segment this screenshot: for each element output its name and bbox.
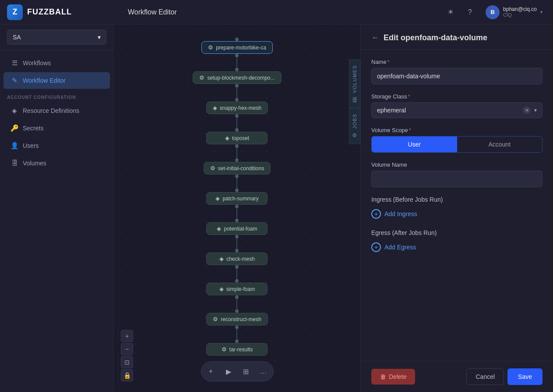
flow-connector-4 [236, 178, 237, 189]
run-workflow-button[interactable]: ▶ [221, 364, 236, 379]
flow-dot-8 [235, 279, 239, 283]
sidebar-item-workflow-editor[interactable]: ✎ Workflow Editor [4, 72, 110, 89]
panel-header: ← Edit openfoam-data-volume [361, 24, 553, 50]
sidebar-item-resource-definitions-label: Resource Definitions [23, 107, 79, 114]
zoom-out-button[interactable]: − [121, 343, 133, 355]
workflow-canvas-area: 🗄 Volumes ⚙ Jobs ⚙ prepare-motorbike-ca [114, 24, 360, 392]
egress-label: Egress (After Jobs Run) [371, 229, 542, 236]
flow-dot-0b [235, 54, 239, 57]
node-reconstruct-mesh[interactable]: ⚙ reconstruct-mesh [206, 313, 268, 326]
delete-label: Delete [389, 373, 406, 380]
scope-account-button[interactable]: Account [457, 136, 542, 152]
user-org: CIQ [503, 12, 537, 18]
account-config-section-label: ACCOUNT CONFIGURATION [0, 90, 113, 102]
resource-definitions-icon: ◈ [11, 107, 18, 115]
node-toposet[interactable]: ◈ toposet [206, 132, 268, 144]
save-button[interactable]: Save [507, 368, 542, 385]
sidebar-item-resource-definitions[interactable]: ◈ Resource Definitions [4, 102, 110, 119]
node-label-8: simple-foam [226, 286, 255, 292]
fit-button[interactable]: ⊡ [121, 356, 133, 368]
node-icon-7: ◈ [219, 256, 224, 262]
sidebar-item-workflows[interactable]: ☰ Workflows [4, 55, 110, 71]
flow-dot-7 [235, 249, 239, 252]
secrets-icon: 🔑 [11, 124, 18, 132]
flow-connector-8 [236, 299, 237, 309]
add-egress-label: Add Egress [384, 244, 416, 251]
sidebar-item-secrets[interactable]: 🔑 Secrets [4, 120, 110, 136]
sidebar-item-volumes[interactable]: 🗄 Volumes [4, 155, 110, 171]
flow-dot-3b [235, 144, 239, 148]
flow-connector-5 [236, 208, 237, 219]
volume-scope-label: Volume Scope* [371, 127, 542, 133]
storage-class-select[interactable]: ephemeral ✕ ▾ [371, 102, 542, 118]
egress-field-group: Egress (After Jobs Run) + Add Egress [371, 229, 542, 254]
node-label-7: check-mesh [226, 256, 255, 262]
volume-name-input[interactable] [371, 171, 542, 187]
flow-dot-8b [235, 295, 239, 299]
volume-scope-toggle: User Account [371, 136, 542, 153]
grid-view-button[interactable]: ⊞ [238, 364, 254, 379]
delete-button[interactable]: 🗑 Delete [371, 369, 415, 385]
user-email: bphan@ciq.co [503, 6, 537, 12]
node-snappy-hex-mesh[interactable]: ◈ snappy-hex-mesh [206, 102, 268, 114]
help-button[interactable]: ? [463, 5, 477, 19]
workspace-select-wrap: SA ▾ [0, 24, 113, 50]
node-prepare-motorbike-ca[interactable]: ⚙ prepare-motorbike-ca [201, 41, 273, 54]
sidebar-item-users[interactable]: 👤 Users [4, 137, 110, 154]
node-label-10: tar-results [229, 346, 253, 353]
topbar-title: Workflow Editor [128, 8, 437, 16]
node-check-mesh[interactable]: ◈ check-mesh [206, 252, 268, 265]
node-icon-3: ◈ [225, 135, 229, 141]
node-icon-9: ⚙ [213, 316, 218, 322]
ingress-label: Ingress (Before Jobs Run) [371, 196, 542, 203]
workspace-select-chevron-icon: ▾ [98, 34, 101, 41]
flow-dot-0 [235, 38, 239, 41]
node-icon-1: ⚙ [199, 74, 204, 81]
storage-class-label: Storage Class* [371, 93, 542, 100]
more-options-button[interactable]: … [256, 364, 271, 379]
panel-actions: 🗑 Delete Cancel Save [361, 361, 553, 392]
logo-area: Z FUZZBALL [7, 4, 121, 20]
sidebar-item-users-label: Users [23, 142, 39, 149]
storage-class-clear-button[interactable]: ✕ [523, 106, 531, 114]
name-input[interactable] [371, 68, 542, 84]
node-icon-2: ◈ [213, 105, 217, 111]
sidebar: SA ▾ ☰ Workflows ✎ Workflow Editor ACCOU… [0, 24, 114, 392]
workflow-flow: ⚙ prepare-motorbike-ca ⚙ setup-blockmesh… [114, 24, 360, 392]
zoom-in-button[interactable]: + [121, 330, 133, 342]
cancel-button[interactable]: Cancel [466, 368, 504, 385]
node-tar-results[interactable]: ⚙ tar-results [206, 343, 268, 356]
node-setup-blockmesh[interactable]: ⚙ setup-blockmesh-decompo... [193, 71, 281, 84]
node-patch-summary[interactable]: ◈ patch-summary [206, 192, 268, 205]
workspace-select-value: SA [13, 34, 21, 41]
add-node-button[interactable]: + [203, 364, 219, 379]
flow-connector-0 [236, 57, 237, 68]
flow-dot-6b [235, 235, 239, 238]
node-potential-foam[interactable]: ◈ potential-foam [206, 222, 268, 235]
sidebar-item-secrets-label: Secrets [23, 125, 43, 132]
flow-dot-1 [235, 68, 239, 71]
workspace-select[interactable]: SA ▾ [7, 30, 106, 45]
sidebar-item-workflows-label: Workflows [23, 60, 51, 66]
flow-dot-5 [235, 189, 239, 192]
volumes-icon: 🗄 [11, 159, 18, 167]
logo-text: FUZZBALL [27, 7, 72, 17]
node-set-initial-conditions[interactable]: ⚙ set-initial-conditions [204, 162, 271, 175]
node-simple-foam[interactable]: ◈ simple-foam [206, 283, 268, 295]
main-layout: SA ▾ ☰ Workflows ✎ Workflow Editor ACCOU… [0, 24, 553, 392]
add-egress-button[interactable]: + Add Egress [371, 241, 542, 254]
name-label: Name* [371, 59, 542, 65]
scope-user-button[interactable]: User [372, 136, 457, 152]
flow-dot-6 [235, 219, 239, 222]
user-menu[interactable]: B bphan@ciq.co CIQ ▾ [482, 4, 546, 21]
workflow-editor-icon: ✎ [11, 77, 18, 84]
panel-back-button[interactable]: ← [371, 33, 379, 42]
flow-dot-10 [235, 340, 239, 343]
add-ingress-button[interactable]: + Add Ingress [371, 207, 542, 220]
flow-connector-2 [236, 118, 237, 128]
theme-toggle-button[interactable]: ☀ [444, 5, 458, 19]
lock-button[interactable]: 🔒 [121, 369, 133, 382]
users-icon: 👤 [11, 142, 18, 150]
storage-class-chevron-icon[interactable]: ▾ [534, 107, 537, 113]
name-field-group: Name* [371, 59, 542, 84]
